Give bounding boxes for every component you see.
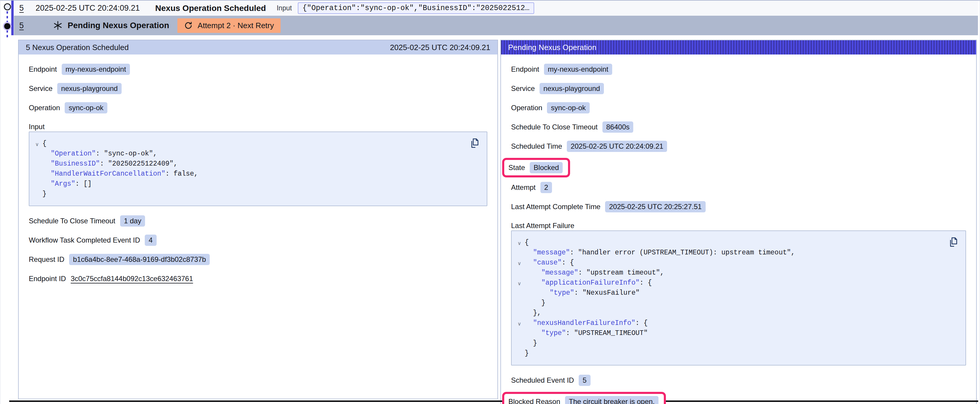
field-row-state: StateBlocked <box>502 158 966 177</box>
code-line: "message": "upstream timeout", <box>514 268 957 278</box>
event-detail-fields-top: Endpointmy-nexus-endpointServicenexus-pl… <box>29 63 487 114</box>
field-value-scheduled-event-id: 5 <box>579 375 590 386</box>
json-key: "Args" <box>51 180 75 188</box>
code-line: "Args": [] <box>32 179 479 189</box>
field-value-service: nexus-playground <box>57 83 122 94</box>
field-label: Endpoint ID <box>29 274 66 283</box>
field-label: Scheduled Time <box>511 142 562 151</box>
pending-fields-bottom: Scheduled Event ID5Blocked ReasonThe cir… <box>511 374 966 404</box>
json-key: "cause" <box>533 259 562 266</box>
code-line: ∨{ <box>514 238 957 248</box>
field-row-scheduled-event-id: Scheduled Event ID5 <box>511 374 966 386</box>
field-label: Operation <box>29 104 60 112</box>
field-label: Last Attempt Complete Time <box>511 203 600 211</box>
input-section-label: Input <box>29 123 487 131</box>
field-value-endpoint: my-nexus-endpoint <box>544 64 612 75</box>
pending-event-id-link[interactable]: 5 <box>19 21 24 30</box>
field-value-operation: sync-op-ok <box>65 102 107 113</box>
json-text: : "sync-op-ok", <box>96 150 157 158</box>
highlight-box-state: StateBlocked <box>502 158 570 177</box>
json-key: "message" <box>533 249 570 257</box>
json-text: { <box>525 239 529 246</box>
event-summary-row[interactable]: 5 2025-02-25 UTC 20:24:09.21 Nexus Opera… <box>14 1 978 16</box>
field-row-endpoint-id: Endpoint ID3c0c75ccfa8144b092c13ce632463… <box>29 273 487 285</box>
timeline-open-event-marker <box>4 3 11 10</box>
field-value-endpoint-id[interactable]: 3c0c75ccfa8144b092c13ce632463761 <box>71 274 193 283</box>
json-key: "type" <box>541 330 566 337</box>
field-label: Workflow Task Completed Event ID <box>29 236 140 244</box>
collapse-chevron-icon[interactable]: ∨ <box>514 260 525 266</box>
field-label: Service <box>29 84 52 93</box>
json-text: } <box>525 350 529 357</box>
event-title: Nexus Operation Scheduled <box>155 3 266 13</box>
workflow-history-view: 5 2025-02-25 UTC 20:24:09.21 Nexus Opera… <box>0 0 980 404</box>
field-row-request-id: Request IDb1c6a4bc-8ee7-468a-9169-df3b02… <box>29 253 487 265</box>
pending-fields-top: Endpointmy-nexus-endpointServicenexus-pl… <box>511 63 966 213</box>
code-line: "type": "NexusFailure" <box>514 288 957 298</box>
json-text: : "20250225122409", <box>100 160 178 168</box>
event-id-link[interactable]: 5 <box>19 3 24 13</box>
copy-icon[interactable] <box>470 138 480 149</box>
event-detail-panel: 5 Nexus Operation Scheduled 2025-02-25 U… <box>18 40 498 399</box>
json-key: "HandlerWaitForCancellation" <box>51 170 165 178</box>
field-label: Operation <box>511 104 542 112</box>
json-text: : [] <box>75 180 92 188</box>
failure-json-block: ∨{"message": "handler error (UPSTREAM_TI… <box>511 230 966 366</box>
input-json-block: ∨{"Operation": "sync-op-ok","BusinessID"… <box>29 131 487 206</box>
field-label: Endpoint <box>29 65 57 73</box>
code-line: "Operation": "sync-op-ok", <box>32 149 479 159</box>
field-label: Scheduled Event ID <box>511 376 574 385</box>
field-value-request-id: b1c6a4bc-8ee7-468a-9169-df3b02c8737b <box>69 254 210 265</box>
json-text: : false, <box>165 170 198 178</box>
field-row-scheduled-time: Scheduled Time2025-02-25 UTC 20:24:09.21 <box>511 140 966 152</box>
code-line: ∨"applicationFailureInfo": { <box>514 278 957 288</box>
event-input-preview-chip[interactable]: {"Operation":"sync-op-ok","BusinessID":"… <box>298 2 534 14</box>
field-value-blocked-reason: The circuit breaker is open. <box>565 396 659 404</box>
field-value-operation: sync-op-ok <box>547 102 589 113</box>
copy-icon[interactable] <box>949 237 958 248</box>
pending-operation-panel: Pending Nexus Operation Endpointmy-nexus… <box>500 40 977 404</box>
field-label: State <box>508 163 525 172</box>
field-value-schedule-to-close-timeout: 1 day <box>120 215 145 227</box>
code-line: }, <box>514 308 957 318</box>
field-row-schedule-to-close-timeout: Schedule To Close Timeout86400s <box>511 121 966 133</box>
collapse-chevron-icon[interactable]: ∨ <box>514 240 525 246</box>
json-text: : { <box>640 279 652 287</box>
json-text: } <box>42 190 46 198</box>
field-row-operation: Operationsync-op-ok <box>29 102 487 114</box>
event-detail-body: Endpointmy-nexus-endpointServicenexus-pl… <box>19 54 497 285</box>
field-row-endpoint: Endpointmy-nexus-endpoint <box>29 63 487 75</box>
field-value-service: nexus-playground <box>539 83 604 94</box>
highlight-box-blocked-reason: Blocked ReasonThe circuit breaker is ope… <box>502 392 666 404</box>
pending-operation-row[interactable]: 5 Pending Nexus Operation Attempt 2 · Ne… <box>14 16 978 35</box>
field-row-service: Servicenexus-playground <box>511 82 966 95</box>
json-key: "Operation" <box>51 150 96 158</box>
code-line: ∨"nexusHandlerFailureInfo": { <box>514 318 957 328</box>
json-text: : "upstream timeout", <box>578 269 664 277</box>
json-text: : { <box>635 319 648 327</box>
code-line: } <box>514 338 957 348</box>
field-row-attempt: Attempt2 <box>511 182 966 193</box>
field-value-attempt: 2 <box>541 182 552 193</box>
json-text: } <box>541 299 546 307</box>
json-key: "applicationFailureInfo" <box>541 279 640 287</box>
field-label: Request ID <box>29 255 64 264</box>
retry-icon <box>184 21 193 30</box>
attempt-retry-label: Attempt 2 · Next Retry <box>197 21 274 30</box>
json-text: } <box>533 339 537 347</box>
field-label: Endpoint <box>511 65 539 73</box>
code-line: } <box>514 298 957 308</box>
code-line: "type": "UPSTREAM_TIMEOUT" <box>514 328 957 338</box>
field-label: Blocked Reason <box>508 398 560 404</box>
pending-operation-header: Pending Nexus Operation <box>501 40 976 54</box>
collapse-chevron-icon[interactable]: ∨ <box>32 141 42 147</box>
failure-section-label: Last Attempt Failure <box>511 222 966 230</box>
field-row-endpoint: Endpointmy-nexus-endpoint <box>511 63 966 75</box>
field-row-blocked-reason: Blocked ReasonThe circuit breaker is ope… <box>502 392 966 404</box>
json-key: "message" <box>541 269 578 277</box>
field-value-scheduled-time: 2025-02-25 UTC 20:24:09.21 <box>567 141 667 152</box>
field-label: Schedule To Close Timeout <box>511 123 598 131</box>
code-line: } <box>514 348 957 358</box>
collapse-chevron-icon[interactable]: ∨ <box>514 280 525 287</box>
collapse-chevron-icon[interactable]: ∨ <box>514 321 525 327</box>
